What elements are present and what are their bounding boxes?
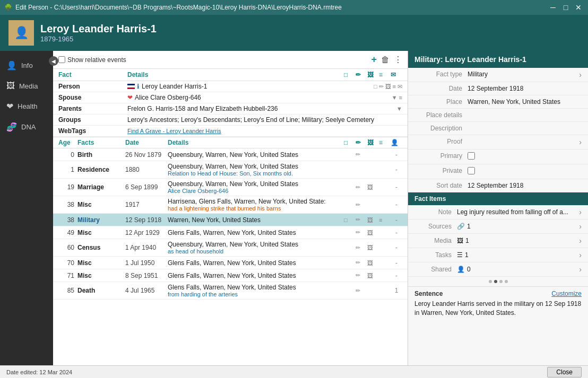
- add-button[interactable]: +: [371, 54, 377, 65]
- sidebar-item-media[interactable]: 🖼 Media: [0, 76, 53, 96]
- fact-date: 12 Sep 1918: [125, 216, 168, 224]
- parents-label: Parents: [58, 105, 127, 112]
- th-icon5: 👤: [391, 139, 402, 146]
- more-button[interactable]: ⋮: [394, 55, 402, 65]
- place-label: Place: [414, 98, 462, 106]
- row-edit-icon[interactable]: ✏: [356, 229, 367, 236]
- toolbar-row: Show relative events + 🗑 ⋮: [53, 51, 408, 69]
- minimize-button[interactable]: ─: [548, 2, 558, 13]
- row-img-icon[interactable]: 🖼: [367, 230, 379, 236]
- right-panel: Military: Leroy Leander Harris-1 Fact ty…: [408, 51, 588, 365]
- row-edit-icon[interactable]: ✏: [356, 201, 367, 208]
- row-edit-icon[interactable]: ✏: [356, 259, 367, 266]
- fact-item-shared: Shared 👤 0 ›: [408, 262, 588, 277]
- list-icon[interactable]: ≡: [393, 83, 396, 90]
- fact-date: 1 Jul 1950: [125, 259, 168, 267]
- tasks-value: ☰ 1: [452, 251, 579, 259]
- parents-row: Parents Frelon G. Harris-158 and Mary El…: [53, 103, 408, 115]
- primary-checkbox[interactable]: [468, 152, 475, 160]
- tasks-icon: ☰: [457, 251, 463, 259]
- shared-label: Shared: [414, 266, 452, 273]
- row-edit-icon[interactable]: ✏: [356, 184, 367, 191]
- parents-chevron[interactable]: ▼: [396, 106, 402, 112]
- sources-label: Sources: [414, 223, 452, 230]
- spouse-list-icon[interactable]: ≡: [399, 94, 402, 101]
- show-relative-events-checkbox[interactable]: [58, 56, 65, 63]
- media-chevron[interactable]: ›: [579, 236, 582, 245]
- fact-date: 4 Jul 1965: [125, 287, 168, 294]
- fact-date: 1917: [125, 201, 168, 208]
- row-dash: -: [391, 229, 402, 236]
- fact-item-note: Note Leg injury resulted from falling of…: [408, 205, 588, 219]
- fact-age: 19: [58, 183, 77, 191]
- title-bar-text: Edit Person - C:\Users\harri\Documents\~…: [15, 4, 342, 11]
- groups-value: Leroy's Ancestors; Leroy's Descendants; …: [127, 116, 402, 124]
- fact-name: Misc: [77, 229, 125, 236]
- detail-row-primary: Primary: [408, 150, 588, 164]
- sidebar-item-health[interactable]: ❤ Health: [0, 96, 53, 117]
- fact-name: Misc: [77, 272, 125, 279]
- spouse-chevron[interactable]: ▼: [392, 94, 397, 101]
- person-row: Person ℹ Leroy Leander Harris-1 □ ✏ 🖼 ≡ …: [53, 81, 408, 92]
- th-icon4: ≡: [379, 139, 391, 146]
- row-edit-icon[interactable]: ✏: [356, 287, 367, 294]
- row-dash: -: [391, 272, 402, 279]
- row-list-icon[interactable]: ≡: [379, 217, 391, 223]
- show-relative-events-label[interactable]: Show relative events: [58, 56, 126, 64]
- fact-name: Misc: [77, 201, 125, 208]
- shared-chevron[interactable]: ›: [579, 265, 582, 274]
- row-edit-icon[interactable]: ✏: [356, 151, 367, 158]
- close-window-button[interactable]: ✕: [573, 2, 584, 13]
- row-img-icon[interactable]: 🖼: [367, 272, 379, 279]
- row-img-icon[interactable]: 🖼: [367, 184, 379, 190]
- delete-button[interactable]: 🗑: [381, 55, 390, 65]
- media-count: 1: [465, 237, 469, 244]
- sidebar-toggle[interactable]: ◀: [49, 56, 58, 66]
- row-edit-icon[interactable]: ✏: [356, 216, 367, 223]
- row-img-icon[interactable]: 🖼: [367, 260, 379, 266]
- table-row: 70 Misc 1 Jul 1950 Glens Falls, Warren, …: [53, 257, 408, 269]
- show-relative-events-text: Show relative events: [67, 56, 126, 64]
- facttype-chevron[interactable]: ›: [579, 71, 582, 79]
- row-edit-icon[interactable]: ✏: [356, 244, 367, 251]
- fact-items-header: Fact Items: [408, 192, 588, 205]
- facts-header: Fact Details □ ✏ 🖼 ≡ ✉: [53, 69, 408, 81]
- private-checkbox[interactable]: [468, 167, 475, 174]
- img-icon[interactable]: 🖼: [385, 83, 391, 90]
- date-value: 12 September 1918: [462, 85, 582, 92]
- proof-chevron[interactable]: ›: [579, 138, 582, 146]
- sidebar-item-dna[interactable]: 🧬 DNA: [0, 117, 53, 137]
- webtags-link[interactable]: Find A Grave - Leroy Leander Harris: [127, 128, 221, 134]
- parents-row-actions: ▼: [396, 106, 402, 112]
- proof-label: Proof: [414, 138, 462, 145]
- table-row: 0 Birth 26 Nov 1879 Queensbury, Warren, …: [53, 148, 408, 161]
- fact-name: Birth: [77, 151, 125, 159]
- mail-icon[interactable]: ✉: [397, 83, 402, 90]
- row-img-icon[interactable]: 🖼: [367, 217, 379, 223]
- sentence-header: Sentence Customize: [414, 290, 582, 297]
- table-row: 85 Death 4 Jul 1965 Glens Falls, Warren,…: [53, 282, 408, 300]
- edit-icon[interactable]: ✏: [379, 83, 384, 90]
- tasks-chevron[interactable]: ›: [579, 251, 582, 259]
- row-dash: -: [391, 166, 402, 173]
- fact-details: Glens Falls, Warren, New York, United St…: [168, 229, 344, 236]
- copy-icon[interactable]: □: [374, 83, 377, 90]
- maximize-button[interactable]: □: [560, 2, 571, 13]
- facttype-value: Military: [462, 71, 579, 78]
- table-row: 38 Military 12 Sep 1918 Warren, New York…: [53, 214, 408, 226]
- webtags-value: Find A Grave - Leroy Leander Harris: [127, 128, 402, 134]
- customize-link[interactable]: Customize: [551, 290, 582, 297]
- row-dash: 1: [391, 287, 402, 294]
- note-chevron[interactable]: ›: [579, 208, 582, 216]
- fact-item-tasks: Tasks ☰ 1 ›: [408, 248, 588, 262]
- sidebar-item-info[interactable]: 👤 Info: [0, 55, 53, 76]
- col-icon4: ≡: [379, 71, 391, 78]
- note-value: Leg injury resulted from falling off of …: [452, 208, 579, 216]
- row-copy-icon[interactable]: □: [344, 217, 356, 223]
- person-label: Person: [58, 83, 127, 90]
- fact-date: 1 Apr 1940: [125, 244, 168, 251]
- close-button[interactable]: Close: [547, 367, 582, 377]
- row-edit-icon[interactable]: ✏: [356, 272, 367, 279]
- row-img-icon[interactable]: 🖼: [367, 244, 379, 251]
- sources-chevron[interactable]: ›: [579, 222, 582, 231]
